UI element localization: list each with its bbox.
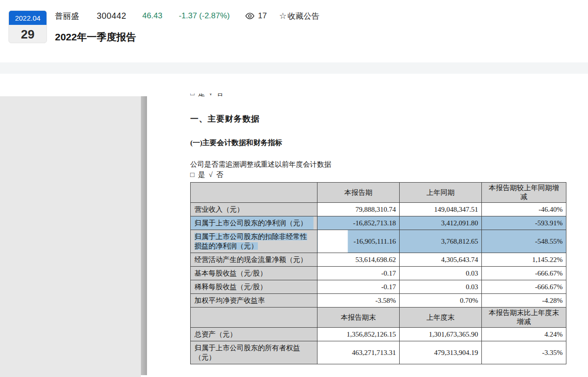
header-cell: 本报告期末比上年度末增减 (482, 308, 566, 328)
row-value: -16,852,713.18 (317, 216, 400, 230)
favorite-announcement-button[interactable]: ☆ 收藏公告 (279, 11, 319, 22)
section-heading: 一、主要财务数据 (190, 113, 260, 124)
row-value: -548.55% (482, 230, 566, 253)
report-title: 2022年一季度报告 (55, 31, 319, 44)
row-label: 归属于上市公司股东的所有者权益（元） (191, 341, 317, 364)
date-month: 2022.04 (9, 11, 46, 25)
row-value: -16,905,111.16 (317, 230, 400, 253)
row-value: 0.70% (400, 294, 482, 308)
financial-table-body: 本报告期上年同期本报告期较上年同期增减营业收入（元）79,888,310.741… (191, 183, 566, 364)
row-value: 0.03 (400, 280, 482, 294)
table-row: 经营活动产生的现金流量净额（元）53,614,698.624,305,643.7… (191, 253, 566, 267)
financial-table: 本报告期上年同期本报告期较上年同期增减营业收入（元）79,888,310.741… (190, 182, 566, 364)
header-cell (191, 308, 317, 328)
announcement-header: 2022.04 29 普丽盛 300442 46.43 -1.37 (-2.87… (0, 0, 588, 62)
table-row: 加权平均净资产收益率-3.58%0.70%-4.28% (191, 294, 566, 308)
table-row: 归属于上市公司股东的扣除非经常性损益的净利润（元）-16,905,111.163… (191, 230, 566, 253)
row-value: 149,048,347.51 (400, 203, 482, 216)
row-value: -46.40% (482, 203, 566, 216)
row-value: 1,356,852,126.15 (317, 328, 400, 341)
stock-change: -1.37 (-2.87%) (179, 11, 230, 21)
table-header-row: 本报告期上年同期本报告期较上年同期增减 (191, 183, 566, 203)
table-row: 稀释每股收益（元/股）-0.170.03-666.67% (191, 280, 566, 294)
row-value: -4.28% (482, 294, 566, 308)
date-badge: 2022.04 29 (8, 10, 47, 43)
row-value: -0.17 (317, 280, 400, 294)
row-label: 加权平均净资产收益率 (191, 294, 317, 308)
table-row: 归属于上市公司股东的所有者权益（元）463,271,713.31479,313,… (191, 341, 566, 364)
stock-info-row: 普丽盛 300442 46.43 -1.37 (-2.87%) 17 ☆ 收藏公… (55, 9, 319, 23)
row-label: 归属于上市公司股东的扣除非经常性损益的净利润（元） (191, 230, 317, 253)
row-value: 463,271,713.31 (317, 341, 400, 364)
row-label: 归属于上市公司股东的净利润（元） (191, 216, 317, 230)
panel-scrollbar[interactable] (141, 96, 147, 375)
restate-answer: □ 是 √ 否 (190, 170, 224, 179)
eye-icon (245, 12, 255, 20)
stock-code-link[interactable]: 300442 (97, 11, 126, 21)
stock-price: 46.43 (142, 11, 162, 21)
row-value: -0.17 (317, 267, 400, 280)
row-value: 3,412,091.80 (400, 216, 482, 230)
row-value: 3,768,812.65 (400, 230, 482, 253)
header-cell: 本报告期末 (317, 308, 400, 328)
row-value: 0.03 (400, 267, 482, 280)
restate-question: 公司是否需追溯调整或重述以前年度会计数据 (190, 160, 331, 169)
row-value: -3.58% (317, 294, 400, 308)
row-label: 总资产（元） (191, 328, 317, 341)
row-value: -666.67% (482, 267, 566, 280)
row-label: 基本每股收益（元/股） (191, 267, 317, 280)
date-day: 29 (9, 25, 46, 43)
row-value: -666.67% (482, 280, 566, 294)
row-value: 1,145.22% (482, 253, 566, 267)
row-value: -593.91% (482, 216, 566, 230)
row-value: -3.35% (482, 341, 566, 364)
row-value: 79,888,310.74 (317, 203, 400, 216)
viewer-side-panel (0, 96, 141, 377)
row-value: 479,313,904.19 (400, 341, 482, 364)
table-row: 总资产（元）1,356,852,126.151,301,673,365.904.… (191, 328, 566, 341)
favorite-label: 收藏公告 (287, 11, 319, 22)
table-row: 营业收入（元）79,888,310.74149,048,347.51-46.40… (191, 203, 566, 216)
header-cell: 本报告期 (317, 183, 400, 203)
table-row: 归属于上市公司股东的净利润（元）-16,852,713.183,412,091.… (191, 216, 566, 230)
document-page: □ 是 √ 否 一、主要财务数据 (一)主要会计数据和财务指标 公司是否需追溯调… (147, 74, 588, 377)
header-main: 普丽盛 300442 46.43 -1.37 (-2.87%) 17 ☆ 收藏公… (55, 9, 319, 44)
table-row: 基本每股收益（元/股）-0.170.03-666.67% (191, 267, 566, 280)
clipped-text-line: □ 是 √ 否 (190, 93, 284, 98)
row-value: 53,614,698.62 (317, 253, 400, 267)
viewer-toolbar-band (0, 62, 588, 74)
row-label: 营业收入（元） (191, 203, 317, 216)
view-count-value: 17 (258, 11, 267, 21)
header-cell: 本报告期较上年同期增减 (482, 183, 566, 203)
row-label: 稀释每股收益（元/股） (191, 280, 317, 294)
star-icon: ☆ (279, 11, 286, 21)
row-value: 4.24% (482, 328, 566, 341)
stock-name-link[interactable]: 普丽盛 (55, 11, 79, 22)
header-cell: 上年同期 (400, 183, 482, 203)
subsection-heading: (一)主要会计数据和财务指标 (190, 138, 282, 148)
header-cell: 上年度末 (400, 308, 482, 328)
view-count: 17 (245, 11, 267, 21)
row-value: 4,305,643.74 (400, 253, 482, 267)
table-header-row: 本报告期末上年度末本报告期末比上年度末增减 (191, 308, 566, 328)
row-value: 1,301,673,365.90 (400, 328, 482, 341)
row-label: 经营活动产生的现金流量净额（元） (191, 253, 317, 267)
pdf-viewer: □ 是 √ 否 一、主要财务数据 (一)主要会计数据和财务指标 公司是否需追溯调… (0, 74, 588, 377)
header-cell (191, 183, 317, 203)
